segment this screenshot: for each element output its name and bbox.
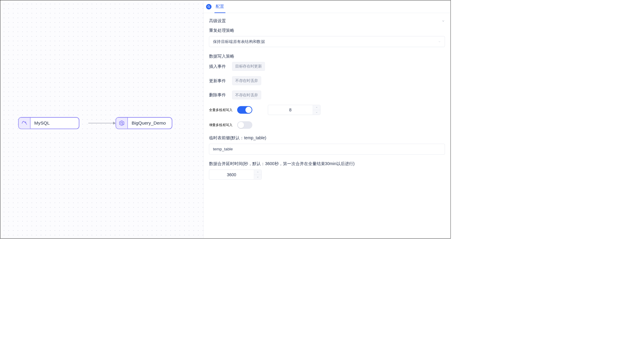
chevron-down-icon [442, 19, 445, 23]
section-advanced-header[interactable]: 高级设置 [204, 13, 451, 27]
merge-delay-input[interactable]: 3600 [209, 170, 262, 180]
field-temp-prefix: 临时表前缀(默认：temp_table) temp_table [209, 135, 445, 155]
svg-line-4 [209, 7, 210, 8]
merge-delay-label: 数据合并延时时间(秒，默认：3600秒，第一次合并在全量结束30min以后进行) [209, 161, 445, 167]
section-advanced-title: 高级设置 [209, 18, 226, 24]
full-threads-input[interactable]: 8 [268, 105, 320, 115]
svg-marker-0 [120, 121, 124, 125]
stepper-up-icon[interactable] [254, 170, 262, 175]
update-event-tag[interactable]: 不存在时丢弃 [232, 76, 261, 85]
merge-delay-value: 3600 [209, 170, 254, 180]
duplicate-policy-value: 保持目标端原有表结构和数据 [213, 39, 265, 44]
temp-prefix-value: temp_table [213, 147, 233, 151]
node-bigquery[interactable]: BigQuery_Demo [116, 117, 172, 129]
delete-event-row: 删除事件 不存在时丢弃 [209, 91, 445, 99]
svg-line-2 [123, 124, 123, 125]
node-mysql[interactable]: MySQL [18, 117, 79, 129]
edge-arrow [88, 122, 116, 124]
stepper-down-icon[interactable] [254, 174, 262, 179]
temp-prefix-label: 临时表前缀(默认：temp_table) [209, 135, 445, 141]
bigquery-icon [116, 118, 128, 128]
temp-prefix-input[interactable]: temp_table [209, 144, 445, 155]
insert-event-label: 插入事件 [209, 64, 228, 69]
insert-event-tag[interactable]: 目标存在时更新 [232, 62, 265, 71]
delete-event-label: 删除事件 [209, 92, 228, 98]
svg-point-1 [121, 122, 123, 124]
stepper-down-icon[interactable] [313, 110, 320, 115]
node-mysql-label: MySQL [31, 120, 79, 126]
field-duplicate-policy: 重复处理策略 保持目标端原有表结构和数据 [209, 28, 445, 47]
node-bigquery-label: BigQuery_Demo [128, 120, 172, 126]
delete-event-tag[interactable]: 不存在时丢弃 [232, 91, 261, 99]
full-threads-value: 8 [268, 105, 313, 115]
field-write-policy: 数据写入策略 插入事件 目标存在时更新 更新事件 不存在时丢弃 删除事件 不存在… [209, 53, 445, 129]
duplicate-policy-select[interactable]: 保持目标端原有表结构和数据 [209, 36, 445, 47]
insert-event-row: 插入事件 目标存在时更新 [209, 62, 445, 71]
update-event-row: 更新事件 不存在时丢弃 [209, 76, 445, 85]
mysql-icon [19, 118, 30, 128]
duplicate-policy-label: 重复处理策略 [209, 28, 445, 33]
inc-threads-row: 增量多线程写入 [209, 121, 445, 129]
tab-bar: 配置 [204, 0, 451, 13]
field-merge-delay: 数据合并延时时间(秒，默认：3600秒，第一次合并在全量结束30min以后进行)… [209, 161, 445, 180]
full-threads-toggle[interactable] [237, 106, 252, 114]
pipeline-canvas[interactable]: MySQL BigQuery_Demo [0, 0, 203, 238]
full-threads-label: 全量多线程写入 [209, 108, 232, 112]
write-policy-label: 数据写入策略 [209, 53, 445, 59]
bigquery-tab-icon [206, 4, 211, 9]
full-threads-row: 全量多线程写入 8 [209, 105, 445, 115]
inc-threads-toggle[interactable] [237, 121, 252, 129]
inc-threads-label: 增量多线程写入 [209, 123, 232, 127]
update-event-label: 更新事件 [209, 78, 228, 83]
chevron-down-icon [438, 40, 441, 43]
svg-point-3 [208, 6, 210, 8]
tab-config[interactable]: 配置 [214, 0, 225, 13]
stepper-up-icon[interactable] [313, 105, 320, 110]
config-panel: 配置 高级设置 重复处理策略 保持目标端原有表结构和数据 数据写入 [203, 0, 451, 238]
